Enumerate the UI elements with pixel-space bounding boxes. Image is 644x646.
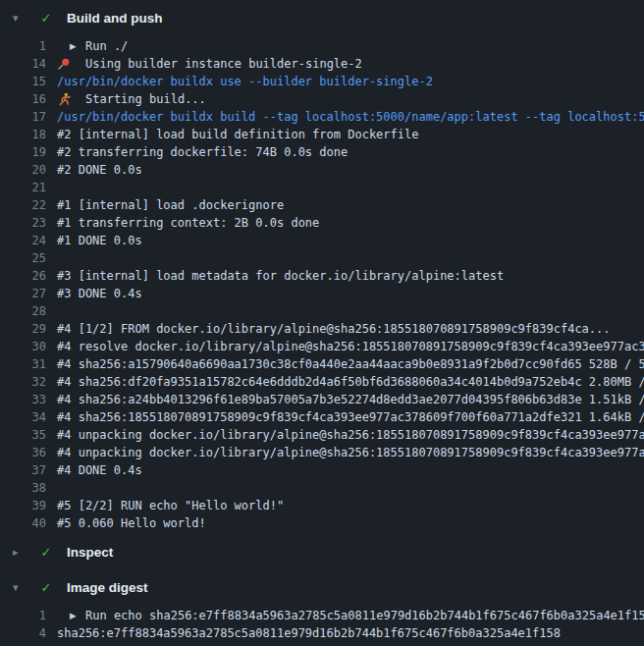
log-line: 38 <box>0 479 644 497</box>
log-line: 37#4 DONE 0.4s <box>0 461 644 479</box>
line-number[interactable]: 40 <box>0 516 46 530</box>
section-header-image-digest[interactable]: ▾✓Image digest <box>0 569 644 605</box>
check-icon: ✓ <box>38 581 54 594</box>
log-text: #5 0.060 Hello world! <box>57 516 206 530</box>
log-text: #2 transferring dockerfile: 74B 0.0s don… <box>57 145 348 159</box>
line-number[interactable]: 38 <box>0 481 46 495</box>
log-text: #3 [internal] load metadata for docker.i… <box>57 269 504 283</box>
log-text: #2 DONE 0.0s <box>57 163 142 177</box>
expand-run-chevron-icon[interactable]: ▶ <box>57 42 85 51</box>
log-line: 18#2 [internal] load build definition fr… <box>0 126 644 143</box>
section-header-inspect[interactable]: ▸✓Inspect <box>0 534 644 569</box>
log-line: 4sha256:e7ff8834a5963a2785c5a0811e979d16… <box>0 624 644 642</box>
check-icon: ✓ <box>38 12 54 25</box>
log-text: #4 unpacking docker.io/library/alpine@sh… <box>57 446 644 459</box>
log-text: #1 [internal] load .dockerignore <box>57 198 284 212</box>
line-number[interactable]: 16 <box>0 92 46 106</box>
log-text: #4 unpacking docker.io/library/alpine@sh… <box>57 428 644 442</box>
line-number[interactable]: 36 <box>0 446 46 459</box>
section-lines: 1▶Run ./14Using builder instance builder… <box>0 35 644 534</box>
line-number[interactable]: 14 <box>0 57 46 71</box>
line-number[interactable]: 23 <box>0 216 46 230</box>
log-line: 19#2 transferring dockerfile: 74B 0.0s d… <box>0 143 644 161</box>
log-text: Run echo sha256:e7ff8834a5963a2785c5a081… <box>85 609 644 622</box>
line-number[interactable]: 19 <box>0 145 46 159</box>
log-line: 22#1 [internal] load .dockerignore <box>0 196 644 214</box>
log-text: #4 sha256:a24bb4013296f61e89ba57005a7b3e… <box>57 393 644 406</box>
log-text: #4 [1/2] FROM docker.io/library/alpine@s… <box>57 322 611 336</box>
line-number[interactable]: 18 <box>0 128 46 141</box>
line-number[interactable]: 4 <box>0 626 46 640</box>
line-number[interactable]: 29 <box>0 322 46 336</box>
log-text: #4 DONE 0.4s <box>57 463 142 477</box>
chevron-down-icon[interactable]: ▾ <box>13 582 27 593</box>
pushpin-icon <box>57 57 85 71</box>
log-line: 29#4 [1/2] FROM docker.io/library/alpine… <box>0 320 644 338</box>
log-line: 17/usr/bin/docker buildx build --tag loc… <box>0 108 644 126</box>
line-number[interactable]: 1 <box>0 39 46 53</box>
log-text: #1 transferring context: 2B 0.0s done <box>57 216 319 230</box>
line-number[interactable]: 35 <box>0 428 46 442</box>
log-line: 1▶Run ./ <box>0 37 644 55</box>
log-line: 21 <box>0 179 644 196</box>
section-title: Image digest <box>67 580 148 595</box>
log-text: /usr/bin/docker buildx use --builder bui… <box>57 75 433 88</box>
log-text: #1 DONE 0.0s <box>57 234 142 247</box>
log-line: 34#4 sha256:185518070891758909c9f839cf4c… <box>0 408 644 426</box>
line-number[interactable]: 28 <box>0 304 46 318</box>
log-line: 31#4 sha256:a15790640a6690aa1730c38cf0a4… <box>0 355 644 373</box>
log-line: 30#4 resolve docker.io/library/alpine@sh… <box>0 338 644 355</box>
log-section-build-and-push: ▾✓Build and push1▶Run ./14Using builder … <box>0 0 644 534</box>
line-number[interactable]: 25 <box>0 251 46 265</box>
log-line: 16Starting build... <box>0 90 644 108</box>
expand-run-chevron-icon[interactable]: ▶ <box>57 612 85 620</box>
line-number[interactable]: 34 <box>0 410 46 424</box>
line-number[interactable]: 22 <box>0 198 46 212</box>
line-number[interactable]: 24 <box>0 234 46 247</box>
log-line: 25 <box>0 249 644 267</box>
log-text: Using builder instance builder-single-2 <box>85 57 362 71</box>
line-number[interactable]: 33 <box>0 393 46 406</box>
section-title: Inspect <box>67 545 113 560</box>
section-lines: 1▶Run echo sha256:e7ff8834a5963a2785c5a0… <box>0 605 644 644</box>
line-number[interactable]: 31 <box>0 357 46 371</box>
log-line: 24#1 DONE 0.0s <box>0 232 644 249</box>
chevron-right-icon[interactable]: ▸ <box>13 547 27 558</box>
log-line: 36#4 unpacking docker.io/library/alpine@… <box>0 444 644 461</box>
line-number[interactable]: 15 <box>0 75 46 88</box>
line-number[interactable]: 27 <box>0 287 46 300</box>
log-text: #4 sha256:a15790640a6690aa1730c38cf0a440… <box>57 357 644 371</box>
log-line: 39#5 [2/2] RUN echo "Hello world!" <box>0 497 644 514</box>
log-line: 33#4 sha256:a24bb4013296f61e89ba57005a7b… <box>0 391 644 408</box>
line-number[interactable]: 1 <box>0 609 46 622</box>
chevron-down-icon[interactable]: ▾ <box>13 13 27 24</box>
line-number[interactable]: 37 <box>0 463 46 477</box>
log-text: #3 DONE 0.4s <box>57 287 142 300</box>
log-line: 40#5 0.060 Hello world! <box>0 514 644 532</box>
log-line: 32#4 sha256:df20fa9351a15782c64e6dddb2d4… <box>0 373 644 391</box>
log-line: 23#1 transferring context: 2B 0.0s done <box>0 214 644 232</box>
log-section-image-digest: ▾✓Image digest1▶Run echo sha256:e7ff8834… <box>0 569 644 644</box>
log-line: 35#4 unpacking docker.io/library/alpine@… <box>0 426 644 444</box>
log-section-inspect: ▸✓Inspect <box>0 534 644 569</box>
log-text: sha256:e7ff8834a5963a2785c5a0811e979d16b… <box>57 626 561 640</box>
log-line: 27#3 DONE 0.4s <box>0 285 644 302</box>
log-line: 1▶Run echo sha256:e7ff8834a5963a2785c5a0… <box>0 607 644 624</box>
line-number[interactable]: 26 <box>0 269 46 283</box>
log-line: 28 <box>0 302 644 320</box>
line-number[interactable]: 20 <box>0 163 46 177</box>
log-text: #4 resolve docker.io/library/alpine@sha2… <box>57 340 644 353</box>
log-text: #5 [2/2] RUN echo "Hello world!" <box>57 499 284 512</box>
log-text: /usr/bin/docker buildx build --tag local… <box>57 110 644 124</box>
section-header-build-and-push[interactable]: ▾✓Build and push <box>0 0 644 35</box>
log-text: Starting build... <box>85 92 206 106</box>
line-number[interactable]: 17 <box>0 110 46 124</box>
log-text: #2 [internal] load build definition from… <box>57 128 418 141</box>
line-number[interactable]: 21 <box>0 181 46 194</box>
line-number[interactable]: 39 <box>0 499 46 512</box>
section-title: Build and push <box>67 11 163 26</box>
line-number[interactable]: 30 <box>0 340 46 353</box>
line-number[interactable]: 32 <box>0 375 46 389</box>
log-line: 15/usr/bin/docker buildx use --builder b… <box>0 73 644 90</box>
log-line: 26#3 [internal] load metadata for docker… <box>0 267 644 285</box>
